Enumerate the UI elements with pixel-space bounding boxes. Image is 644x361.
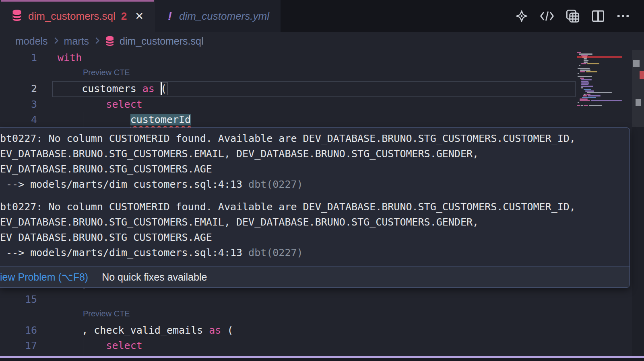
- error-hover-popup: bt0227: No column CUSTOMERID found. Avai…: [0, 127, 630, 288]
- overview-ruler-mark: [636, 99, 641, 106]
- minimap-code-segment: [581, 82, 589, 84]
- warning-exclamation-icon: !: [166, 9, 173, 23]
- code-line[interactable]: 15: [0, 292, 576, 308]
- overview-ruler-mark: [640, 71, 644, 79]
- minimap-code-segment: [586, 94, 590, 95]
- tab-dim-customers-sql[interactable]: dim_customers.sql 2 ✕: [0, 0, 155, 32]
- code-line[interactable]: 17 select: [0, 338, 576, 354]
- minimap-code-segment: [577, 52, 581, 53]
- tab-badge: 2: [121, 10, 127, 23]
- error-message-line: EV_DATABASE.BRUNO.STG_CUSTOMERS.AGE: [0, 230, 630, 245]
- minimap[interactable]: [577, 51, 622, 123]
- more-actions-icon[interactable]: [616, 9, 630, 23]
- minimap-code-segment: [589, 105, 602, 106]
- view-problem-link[interactable]: iew Problem (⌥F8): [0, 271, 88, 283]
- text-cursor: [161, 82, 162, 95]
- indent-guide: [83, 336, 83, 355]
- error-message-line: bt0227: No column CUSTOMERID found. Avai…: [0, 199, 630, 215]
- chevron-right-icon: [94, 35, 100, 47]
- indent-guide: [59, 96, 59, 127]
- code-line[interactable]: 4 customerId: [0, 112, 576, 128]
- line-number: 4: [0, 112, 37, 128]
- code-line[interactable]: 3 select: [0, 97, 576, 113]
- minimap-code-segment: [581, 84, 588, 85]
- line-number: 15: [0, 292, 37, 308]
- line-number: 17: [0, 338, 37, 354]
- code-line[interactable]: 1with: [0, 50, 576, 66]
- error-token: customerId: [130, 114, 191, 125]
- minimap-code-segment: [577, 105, 580, 106]
- close-icon[interactable]: ✕: [135, 10, 144, 23]
- minimap-code-segment: [583, 95, 587, 96]
- minimap-code-segment: [584, 105, 588, 106]
- dbt-logo-icon[interactable]: [514, 9, 529, 23]
- minimap-code-segment: [584, 89, 591, 90]
- breadcrumb-file[interactable]: dim_customers.sql: [120, 35, 203, 47]
- indent-guide: [59, 288, 59, 355]
- minimap-code-segment: [581, 63, 586, 64]
- error-code-label: dbt(0227): [248, 178, 303, 190]
- database-icon: [11, 9, 23, 23]
- code-text: select: [58, 97, 142, 113]
- minimap-code-segment: [587, 63, 599, 64]
- minimap-code-segment: [580, 100, 590, 101]
- minimap-code-segment: [578, 102, 579, 103]
- minimap-code-segment: [581, 105, 583, 106]
- tab-label: dim_customers.yml: [179, 10, 269, 23]
- minimap-code-segment: [584, 62, 588, 63]
- code-line[interactable]: 2 customers as (: [0, 81, 576, 97]
- hover-status-bar: iew Problem (⌥F8) No quick fixes availab…: [0, 267, 630, 287]
- editor-window: dim_customers.sql 2 ✕ ! dim_customers.ym…: [0, 0, 644, 361]
- error-message-line: EV_DATABASE.BRUNO.STG_CUSTOMERS.EMAIL, D…: [0, 215, 630, 230]
- minimap-code-segment: [581, 86, 593, 87]
- minimap-code-segment: [582, 97, 596, 98]
- code-preview-icon[interactable]: [539, 9, 555, 23]
- codelens-row[interactable]: Preview CTE: [0, 307, 576, 323]
- error-message-block: bt0227: No column CUSTOMERID found. Avai…: [0, 196, 630, 264]
- code-text: , check_valid_emails as (: [58, 323, 233, 338]
- minimap-code-segment: [579, 53, 592, 55]
- token: (: [221, 324, 233, 336]
- minimap-code-segment: [584, 94, 586, 95]
- no-quick-fixes-label: No quick fixes available: [102, 271, 207, 283]
- breadcrumb-marts[interactable]: marts: [64, 35, 89, 47]
- token: customers: [82, 83, 142, 94]
- minimap-code-segment: [578, 68, 590, 69]
- error-message-line: EV_DATABASE.BRUNO.STG_CUSTOMERS.EMAIL, D…: [0, 146, 630, 162]
- error-message-line: bt0227: No column CUSTOMERID found. Avai…: [0, 131, 630, 146]
- minimap-code-segment: [587, 92, 612, 93]
- codelens-preview-cte[interactable]: Preview CTE: [83, 68, 130, 77]
- database-icon: [105, 36, 115, 46]
- breadcrumb-models[interactable]: models: [15, 35, 48, 47]
- token: as: [142, 83, 155, 94]
- minimap-code-segment: [584, 60, 588, 61]
- code-text: with: [58, 50, 82, 66]
- split-editor-icon[interactable]: [591, 9, 605, 23]
- token: , check_valid_emails: [82, 324, 209, 336]
- token: [155, 83, 161, 94]
- error-message-block: bt0227: No column CUSTOMERID found. Avai…: [0, 128, 630, 196]
- minimap-error-word: [582, 56, 587, 58]
- tab-bar: dim_customers.sql 2 ✕ ! dim_customers.ym…: [0, 0, 644, 32]
- copy-as-table-icon[interactable]: [565, 8, 580, 24]
- minimap-code-segment: [581, 87, 583, 88]
- minimap-code-segment: [580, 78, 584, 79]
- minimap-code-segment: [580, 98, 588, 100]
- minimap-code-segment: [578, 76, 592, 77]
- codelens-row[interactable]: Preview CTE: [0, 66, 576, 82]
- breadcrumb: models marts dim_customers.sql: [0, 32, 644, 50]
- minimap-code-segment: [581, 81, 588, 82]
- code-text: customerId: [58, 112, 191, 128]
- window-bottom-shadow: [0, 358, 644, 361]
- tab-dim-customers-yml[interactable]: ! dim_customers.yml: [155, 0, 281, 32]
- token: as: [209, 324, 221, 336]
- minimap-code-segment: [581, 79, 592, 80]
- minimap-code-segment: [584, 58, 587, 59]
- minimap-code-segment: [591, 100, 622, 101]
- code-text: customers as (: [58, 81, 167, 97]
- minimap-code-segment: [588, 95, 601, 96]
- codelens-preview-cte[interactable]: Preview CTE: [83, 309, 130, 318]
- code-area-top[interactable]: 1withPreview CTE2 customers as (3 select…: [0, 50, 576, 128]
- minimap-code-segment: [579, 65, 580, 66]
- code-line[interactable]: 16 , check_valid_emails as (: [0, 323, 576, 338]
